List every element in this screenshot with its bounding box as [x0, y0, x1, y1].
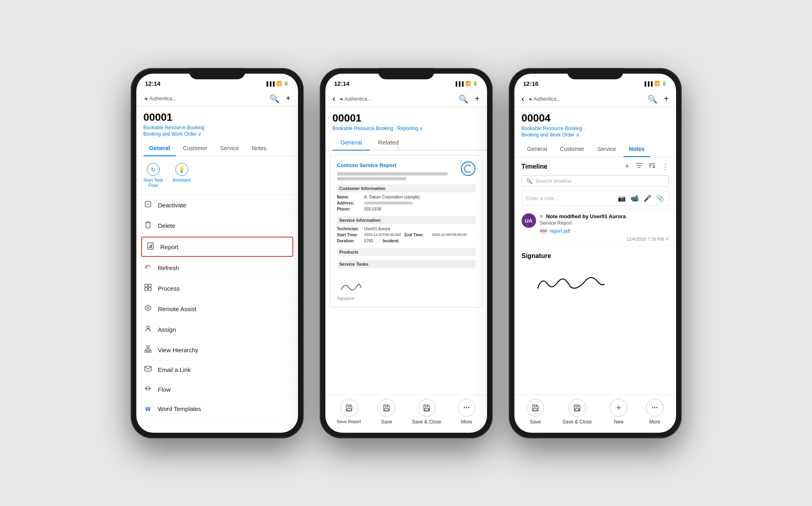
- refresh-label: Refresh: [158, 264, 179, 271]
- save-report-button[interactable]: Save Report: [337, 399, 361, 425]
- save-report-icon: [340, 399, 358, 417]
- save-button-3[interactable]: Save: [526, 399, 544, 425]
- report-tab-related[interactable]: Related: [370, 135, 407, 151]
- signal-icon: ▐▐▐: [643, 81, 652, 86]
- timeline-search[interactable]: 🔍 Search timeline: [522, 175, 669, 187]
- attach-icon[interactable]: 📎: [656, 194, 664, 202]
- tab-general-3[interactable]: General: [522, 142, 553, 157]
- note-title: ≡ Note modified by User01 Aurora: [540, 213, 669, 219]
- tab-notes-3[interactable]: Notes: [623, 142, 650, 157]
- phone-3-subtitle-line1: Bookable Resource Booking ·: [522, 126, 585, 131]
- save-icon: [378, 399, 395, 417]
- deactivate-label: Deactivate: [158, 202, 187, 209]
- svg-rect-4: [151, 244, 152, 248]
- timeline-sort-icon[interactable]: [649, 162, 655, 171]
- products-header: Products: [337, 248, 475, 256]
- flow-icon: [144, 385, 152, 394]
- delete-menu-item[interactable]: Delete: [136, 215, 298, 236]
- more-label-3: More: [649, 419, 660, 425]
- svg-rect-17: [347, 409, 351, 411]
- svg-rect-7: [145, 288, 148, 291]
- start-task-flow-button[interactable]: ↻ Start TaskFlow: [144, 163, 163, 188]
- save-report-label: Save Report: [337, 419, 361, 424]
- note-placeholder: Enter a note...: [526, 195, 559, 201]
- refresh-menu-item[interactable]: Refresh: [136, 258, 298, 278]
- tab-customer-3[interactable]: Customer: [554, 142, 590, 157]
- search-icon-2[interactable]: 🔍: [458, 94, 469, 104]
- refresh-icon: [144, 263, 152, 272]
- process-menu-item[interactable]: Process: [136, 278, 298, 299]
- save-close-button[interactable]: Save & Close: [412, 399, 441, 425]
- report-menu-item[interactable]: Report: [141, 237, 293, 257]
- svg-rect-8: [148, 288, 151, 291]
- deactivate-menu-item[interactable]: Deactivate: [136, 195, 298, 215]
- note-link[interactable]: PDF report.pdf: [540, 227, 669, 235]
- phone-2-breadcrumb[interactable]: ◄ Authentica...: [339, 96, 371, 102]
- customer-info-section: Customer Information Name: A. Datum Corp…: [337, 184, 475, 212]
- video-icon[interactable]: 📹: [631, 194, 639, 202]
- search-icon-3[interactable]: 🔍: [648, 94, 658, 104]
- svg-rect-2: [149, 246, 150, 248]
- remote-assist-menu-item[interactable]: Remote Assist: [136, 299, 298, 319]
- new-button[interactable]: + New: [610, 399, 627, 425]
- svg-rect-20: [533, 409, 537, 411]
- remote-assist-icon: [144, 304, 152, 313]
- assistant-button[interactable]: 💡 Assistant: [173, 163, 191, 188]
- email-icon: [144, 366, 152, 373]
- tab-notes[interactable]: Notes: [246, 141, 272, 156]
- phone-2-subtitle-line1: Bookable Resource Booking ·: [333, 126, 396, 131]
- phone-1-breadcrumb[interactable]: ◄ Authentica...: [144, 96, 176, 101]
- mic-icon[interactable]: 🎤: [643, 194, 652, 202]
- report-tab-general[interactable]: General: [333, 135, 370, 151]
- signal-icon: ▐▐▐: [454, 81, 463, 86]
- tab-service-3[interactable]: Service: [592, 142, 622, 157]
- task-flow-icon: ↻: [147, 163, 160, 176]
- save-close-label-3: Save & Close: [562, 419, 592, 425]
- report-signature-label: Signature: [337, 296, 475, 301]
- tab-general[interactable]: General: [144, 141, 176, 156]
- add-icon[interactable]: +: [286, 94, 291, 103]
- assign-menu-item[interactable]: Assign: [136, 319, 298, 340]
- save-button[interactable]: Save: [378, 399, 395, 425]
- save-close-icon-3: [568, 399, 586, 417]
- note-link-text: report.pdf: [550, 228, 570, 234]
- more-button-3[interactable]: ··· More: [646, 399, 664, 425]
- phone-2-content: Contoso Service Report Customer Informat…: [325, 151, 487, 394]
- svg-rect-3: [150, 245, 151, 248]
- save-close-button-3[interactable]: Save & Close: [562, 399, 592, 425]
- address-label: Address:: [337, 201, 361, 205]
- expand-icon[interactable]: ∨: [666, 236, 669, 242]
- svg-rect-15: [150, 351, 152, 352]
- view-hierarchy-menu-item[interactable]: View Hierarchy: [136, 340, 298, 360]
- report-duration-row: Duration: 5760 Incident:: [337, 238, 475, 244]
- more-button-2[interactable]: ··· More: [458, 399, 475, 425]
- timeline-add-icon[interactable]: +: [625, 162, 629, 171]
- add-icon-3[interactable]: +: [664, 94, 669, 103]
- phone-2-back-button[interactable]: ‹: [333, 94, 335, 104]
- email-link-menu-item[interactable]: Email a Link: [136, 360, 298, 379]
- more-icon: ···: [458, 399, 475, 417]
- address-value-blurred: [364, 202, 413, 204]
- timeline-filter-icon[interactable]: [636, 162, 642, 171]
- blurred-address-1: [337, 172, 448, 176]
- phone-2-notch: [378, 68, 434, 79]
- note-input[interactable]: Enter a note... 📷 📹 🎤 📎: [522, 191, 669, 206]
- phone-3-back-button[interactable]: ‹: [522, 94, 524, 104]
- camera-icon[interactable]: 📷: [618, 194, 626, 202]
- duration-label: Duration:: [337, 239, 361, 243]
- assistant-icon: 💡: [175, 163, 188, 176]
- tab-service[interactable]: Service: [214, 141, 245, 156]
- search-icon[interactable]: 🔍: [269, 94, 280, 103]
- battery-icon: 🔋: [473, 81, 478, 86]
- flow-menu-item[interactable]: Flow: [136, 379, 298, 400]
- tab-customer[interactable]: Customer: [177, 141, 213, 156]
- note-title-text: Note modified by User01 Aurora: [546, 213, 626, 219]
- add-icon-2[interactable]: +: [475, 94, 480, 103]
- report-document: Contoso Service Report Customer Informat…: [330, 155, 482, 308]
- word-templates-menu-item[interactable]: W Word Templates: [136, 400, 298, 418]
- svg-rect-5: [145, 284, 148, 287]
- timeline-more-icon[interactable]: ⋮: [662, 162, 669, 171]
- note-subtitle: Service Report: [540, 220, 669, 226]
- technician-value: User01 Aurora: [364, 227, 390, 231]
- phone-3-breadcrumb[interactable]: ◄ Authentica...: [528, 96, 560, 102]
